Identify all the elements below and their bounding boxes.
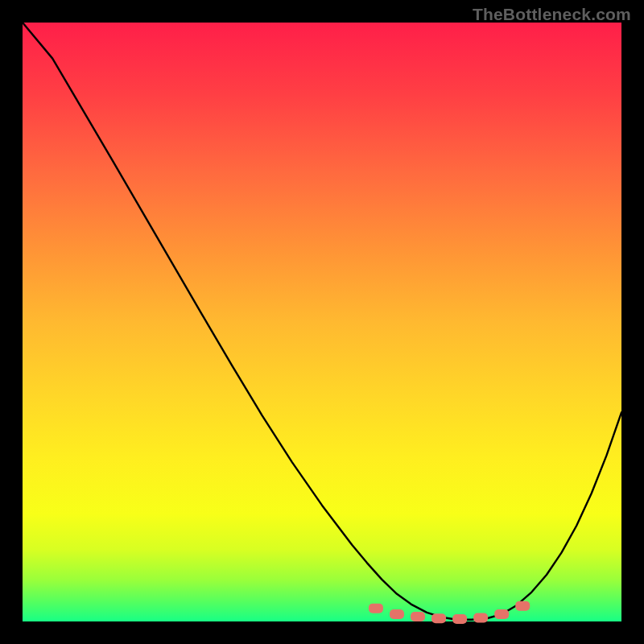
chart-svg xyxy=(23,23,621,621)
curve-marker xyxy=(452,614,467,624)
chart-plot-area xyxy=(23,23,621,621)
watermark-label: TheBottleneck.com xyxy=(473,5,631,24)
curve-marker xyxy=(515,601,530,611)
bottleneck-curve-line xyxy=(23,23,621,620)
curve-marker xyxy=(473,613,488,623)
curve-marker xyxy=(494,609,509,619)
curve-marker xyxy=(369,604,383,613)
curve-marker xyxy=(431,613,446,623)
curve-marker xyxy=(390,609,404,619)
curve-marker xyxy=(411,612,425,621)
curve-markers-group xyxy=(369,601,530,624)
